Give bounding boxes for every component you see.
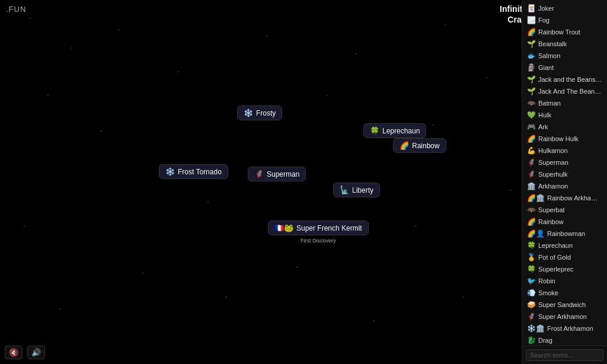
sfk-label: Super French Kermit [296, 224, 362, 232]
craft-canvas[interactable]: .FUN ❄️ Frosty 🍀 Leprechaun 🌈 Rainbow ❄️… [0, 0, 522, 364]
frosty-label: Frosty [256, 109, 276, 117]
sidebar-item[interactable]: 🦸Super Arkhamon [522, 311, 607, 323]
volume-button[interactable]: 🔊 [27, 346, 45, 359]
sidebar-item-emoji: 🦇 [527, 206, 536, 214]
item-frosty[interactable]: ❄️ Frosty [237, 106, 282, 120]
sidebar-item-label: Superleprec [538, 266, 573, 273]
sidebar-item-label: Rainbow Trout [538, 28, 580, 36]
item-liberty[interactable]: 🗽 Liberty [333, 183, 380, 197]
item-super-french-kermit[interactable]: 🇫🇷🐸 Super French Kermit [268, 221, 369, 235]
item-frost-tornado[interactable]: ❄️ Frost Tornado [159, 164, 228, 179]
sidebar-item-label: Fog [538, 17, 550, 24]
sidebar-item-label: Arkhamon [538, 183, 568, 190]
sidebar-item-emoji: 🏛️ [527, 182, 536, 190]
sidebar-item-label: Rainbowman [547, 230, 585, 237]
sidebar-item[interactable]: 🗿Giant [522, 62, 607, 74]
sidebar-item[interactable]: 💚Hulk [522, 109, 607, 121]
sidebar-item-emoji: 🌈🏛️ [527, 194, 545, 202]
sidebar: 🃏Joker🌫️Fog🌈Rainbow Trout🌱Beanstalk🐟Salm… [522, 0, 607, 364]
item-leprechaun[interactable]: 🍀 Leprechaun [363, 123, 426, 138]
sidebar-item-label: Super Sandwich [538, 301, 586, 308]
sidebar-item-emoji: 🦸 [527, 158, 536, 167]
item-superman[interactable]: 🦸 Superman [248, 167, 306, 181]
sidebar-item-label: Rainbow Arkhamon [547, 194, 602, 202]
sidebar-item-emoji: 🎮 [527, 123, 536, 131]
sidebar-item-label: Hulk [538, 111, 551, 119]
sidebar-item[interactable]: 💨Smoke [522, 287, 607, 299]
sidebar-item-emoji: 🐉 [527, 336, 536, 344]
sidebar-item-emoji: 🌈 [527, 28, 536, 36]
sidebar-item[interactable]: ❄️🏛️Frost Arkhamon [522, 323, 607, 334]
leprechaun-label: Leprechaun [382, 127, 420, 135]
sidebar-item[interactable]: 🐟Salmon [522, 50, 607, 62]
leprechaun-emoji: 🍀 [370, 126, 379, 135]
item-rainbow[interactable]: 🌈 Rainbow [393, 138, 446, 153]
sidebar-item[interactable]: 🌈Rainbow Trout [522, 26, 607, 38]
superman-label: Superman [267, 170, 299, 178]
sidebar-item-emoji: 🗿 [527, 63, 536, 72]
sidebar-item[interactable]: 🌈🏛️Rainbow Arkhamon [522, 192, 607, 204]
sidebar-item-emoji: 🍀 [527, 241, 536, 250]
sidebar-item[interactable]: 💪Hulkamon [522, 145, 607, 157]
sidebar-item-label: Super Arkhamon [538, 313, 587, 320]
sidebar-item[interactable]: 🌱Beanstalk [522, 38, 607, 50]
sfk-emoji: 🇫🇷🐸 [274, 223, 293, 232]
sidebar-item-emoji: 🌱 [527, 87, 536, 95]
sidebar-item[interactable]: 🌈Rainbow Hulk [522, 133, 607, 145]
sidebar-item[interactable]: 🥪Super Sandwich [522, 299, 607, 311]
sound-button[interactable]: 🔇 [5, 346, 23, 359]
sidebar-item-emoji: 🥪 [527, 301, 536, 309]
sidebar-item[interactable]: 🍀Leprechaun [522, 240, 607, 251]
sidebar-item[interactable]: 🐦Robin [522, 275, 607, 287]
sidebar-item-emoji: ❄️🏛️ [527, 324, 545, 333]
sidebar-item[interactable]: 🌫️Fog [522, 14, 607, 26]
sidebar-item[interactable]: 🌱Jack and the Beanstalk [522, 74, 607, 85]
sidebar-item[interactable]: 🦇Batman [522, 97, 607, 109]
sidebar-item[interactable]: 🦇Superbat [522, 204, 607, 216]
liberty-emoji: 🗽 [340, 186, 349, 194]
sidebar-item-emoji: 🍀 [527, 265, 536, 273]
sidebar-item-label: Giant [538, 64, 554, 71]
sidebar-item-emoji: 🌈👤 [527, 229, 545, 238]
sidebar-item-label: Hulkamon [538, 147, 568, 154]
search-input[interactable] [526, 349, 603, 361]
sidebar-item-label: Superman [538, 159, 568, 166]
sidebar-item-emoji: 🌈 [527, 135, 536, 143]
sidebar-item-emoji: 🌱 [527, 40, 536, 48]
sidebar-item-label: Salmon [538, 52, 560, 59]
sidebar-item[interactable]: 🌱Jack And The Beanstalkwick [522, 85, 607, 97]
sidebar-item-label: Beanstalk [538, 40, 567, 47]
sidebar-item[interactable]: 🐉Drag [522, 334, 607, 346]
sidebar-item-emoji: 💨 [527, 289, 536, 297]
sidebar-item-label: Ark [538, 123, 548, 130]
sidebar-item-label: Joker [538, 5, 554, 12]
sidebar-item-label: Pot of Gold [538, 254, 571, 261]
sidebar-item-emoji: 🌱 [527, 75, 536, 84]
sidebar-item-emoji: 🐦 [527, 277, 536, 285]
sidebar-item[interactable]: 🏛️Arkhamon [522, 180, 607, 192]
sidebar-item-label: Drag [538, 337, 552, 344]
sidebar-item[interactable]: 🦸Superhulk [522, 168, 607, 180]
sidebar-item-emoji: 🃏 [527, 4, 536, 12]
sidebar-item[interactable]: 🃏Joker [522, 2, 607, 14]
sidebar-item-emoji: 🦇 [527, 99, 536, 107]
sidebar-item-label: Leprechaun [538, 242, 573, 249]
sidebar-item[interactable]: 🌈Rainbow [522, 216, 607, 228]
sidebar-item[interactable]: 🌈👤Rainbowman [522, 228, 607, 240]
rainbow-emoji: 🌈 [400, 141, 409, 150]
sidebar-search-area [522, 346, 607, 364]
bottom-controls: 🔇 🔊 [5, 346, 45, 359]
first-discovery-label: First Discovery [268, 238, 369, 244]
frosty-emoji: ❄️ [244, 108, 253, 117]
sidebar-items-list: 🃏Joker🌫️Fog🌈Rainbow Trout🌱Beanstalk🐟Salm… [522, 0, 607, 346]
sidebar-item[interactable]: 🥇Pot of Gold [522, 251, 607, 263]
sidebar-item-emoji: 🦸 [527, 170, 536, 178]
sidebar-item[interactable]: 🍀Superleprec [522, 263, 607, 275]
sidebar-item-label: Robin [538, 277, 555, 285]
frost-tornado-emoji: ❄️ [165, 167, 175, 176]
sidebar-item[interactable]: 🎮Ark [522, 121, 607, 133]
sidebar-item-label: Rainbow Hulk [538, 135, 579, 142]
sidebar-item-emoji: 🦸 [527, 312, 536, 321]
sidebar-item[interactable]: 🦸Superman [522, 157, 607, 168]
app-logo: .FUN [6, 5, 26, 14]
